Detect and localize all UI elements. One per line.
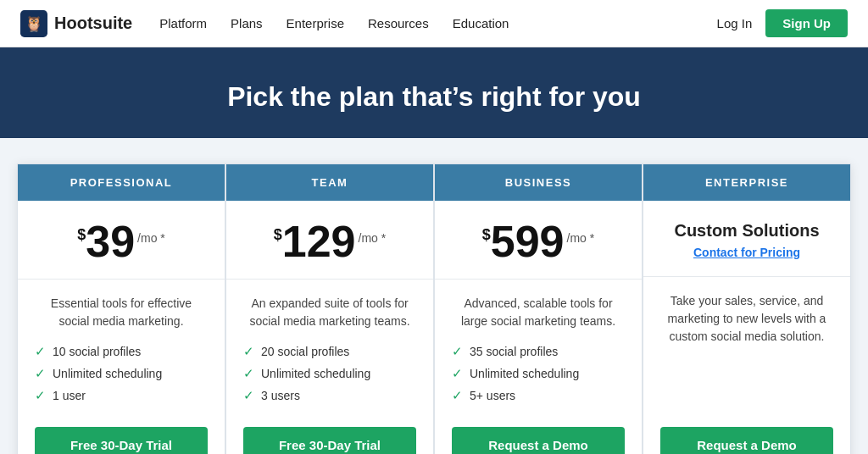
logo[interactable]: 🦉 Hootsuite bbox=[20, 10, 132, 37]
enterprise-contact-link[interactable]: Contact for Pricing bbox=[693, 246, 800, 259]
check-icon: ✓ bbox=[452, 366, 463, 381]
nav-link-resources[interactable]: Resources bbox=[368, 16, 429, 30]
plan-desc-enterprise: Take your sales, service, and marketing … bbox=[660, 292, 833, 346]
login-button[interactable]: Log In bbox=[717, 16, 753, 30]
feature-text: 5+ users bbox=[470, 389, 515, 402]
check-icon: ✓ bbox=[35, 388, 46, 403]
price-amount: 599 bbox=[491, 219, 565, 263]
plan-card-professional: PROFESSIONAL$39/mo *Essential tools for … bbox=[17, 163, 225, 454]
feature-text: 20 social profiles bbox=[261, 345, 349, 358]
plan-header-team: TEAM bbox=[226, 164, 433, 201]
check-icon: ✓ bbox=[243, 366, 254, 381]
plan-body-enterprise: Take your sales, service, and marketing … bbox=[643, 277, 850, 454]
plan-cta-button-team[interactable]: Free 30-Day Trial bbox=[243, 427, 416, 454]
logo-text: Hootsuite bbox=[54, 14, 132, 33]
plan-cta-button-professional[interactable]: Free 30-Day Trial bbox=[35, 427, 208, 454]
hero-section: Pick the plan that’s right for you bbox=[0, 47, 868, 138]
check-icon: ✓ bbox=[35, 344, 46, 359]
nav-link-enterprise[interactable]: Enterprise bbox=[287, 16, 344, 30]
pricing-grid: PROFESSIONAL$39/mo *Essential tools for … bbox=[17, 163, 851, 454]
price-suffix: /mo * bbox=[567, 231, 595, 245]
plan-cta-wrapper-enterprise: Request a Demo bbox=[660, 427, 833, 454]
plan-price-area-team: $129/mo * bbox=[226, 201, 433, 280]
feature-item: ✓35 social profiles bbox=[452, 344, 625, 359]
plan-card-team: TEAM$129/mo *An expanded suite of tools … bbox=[225, 163, 434, 454]
plan-header-professional: PROFESSIONAL bbox=[18, 164, 225, 201]
plan-header-business: BUSINESS bbox=[435, 164, 642, 201]
price-amount: 129 bbox=[282, 219, 356, 263]
check-icon: ✓ bbox=[452, 388, 463, 403]
feature-item: ✓3 users bbox=[243, 388, 416, 403]
enterprise-title: Custom Solutions bbox=[674, 221, 819, 241]
hero-title: Pick the plan that’s right for you bbox=[17, 81, 851, 113]
plan-price-area-business: $599/mo * bbox=[435, 201, 642, 280]
plan-cta-wrapper-professional: Free 30-Day Trial bbox=[35, 427, 208, 454]
nav-actions: Log In Sign Up bbox=[717, 9, 848, 37]
plan-cta-button-business[interactable]: Request a Demo bbox=[452, 427, 625, 454]
plan-price-row-team: $129/mo * bbox=[274, 219, 386, 263]
navbar: 🦉 Hootsuite PlatformPlansEnterpriseResou… bbox=[0, 0, 868, 47]
price-symbol: $ bbox=[482, 226, 491, 244]
plan-header-enterprise: ENTERPRISE bbox=[643, 164, 850, 201]
plan-features-professional: ✓10 social profiles✓Unlimited scheduling… bbox=[35, 344, 208, 410]
plan-price-area-professional: $39/mo * bbox=[18, 201, 225, 280]
feature-item: ✓5+ users bbox=[452, 388, 625, 403]
plan-desc-business: Advanced, scalable tools for large socia… bbox=[452, 295, 625, 330]
plan-card-business: BUSINESS$599/mo *Advanced, scalable tool… bbox=[434, 163, 643, 454]
plan-card-enterprise: ENTERPRISECustom SolutionsContact for Pr… bbox=[643, 163, 851, 454]
plan-cta-wrapper-business: Request a Demo bbox=[452, 427, 625, 454]
feature-item: ✓1 user bbox=[35, 388, 208, 403]
nav-link-plans[interactable]: Plans bbox=[231, 16, 263, 30]
pricing-section: PROFESSIONAL$39/mo *Essential tools for … bbox=[0, 138, 868, 454]
feature-text: 10 social profiles bbox=[53, 345, 141, 358]
feature-item: ✓Unlimited scheduling bbox=[243, 366, 416, 381]
check-icon: ✓ bbox=[35, 366, 46, 381]
price-amount: 39 bbox=[86, 219, 135, 263]
plan-features-business: ✓35 social profiles✓Unlimited scheduling… bbox=[452, 344, 625, 410]
feature-item: ✓Unlimited scheduling bbox=[452, 366, 625, 381]
price-symbol: $ bbox=[274, 226, 282, 244]
feature-item: ✓10 social profiles bbox=[35, 344, 208, 359]
feature-text: 1 user bbox=[53, 389, 86, 402]
plan-desc-professional: Essential tools for effective social med… bbox=[35, 295, 208, 330]
hootsuite-logo-icon: 🦉 bbox=[20, 10, 47, 37]
price-suffix: /mo * bbox=[359, 231, 387, 245]
feature-text: Unlimited scheduling bbox=[53, 367, 162, 380]
price-symbol: $ bbox=[77, 226, 86, 244]
nav-link-platform[interactable]: Platform bbox=[159, 16, 207, 30]
nav-links: PlatformPlansEnterpriseResourcesEducatio… bbox=[159, 16, 716, 30]
plan-price-row-professional: $39/mo * bbox=[77, 219, 165, 263]
feature-text: 35 social profiles bbox=[470, 345, 558, 358]
plan-body-business: Advanced, scalable tools for large socia… bbox=[435, 280, 642, 454]
plan-cta-button-enterprise[interactable]: Request a Demo bbox=[660, 427, 833, 454]
signup-button[interactable]: Sign Up bbox=[765, 9, 848, 37]
plan-features-team: ✓20 social profiles✓Unlimited scheduling… bbox=[243, 344, 416, 410]
feature-item: ✓20 social profiles bbox=[243, 344, 416, 359]
plan-body-professional: Essential tools for effective social med… bbox=[18, 280, 225, 454]
feature-text: 3 users bbox=[261, 389, 300, 402]
feature-item: ✓Unlimited scheduling bbox=[35, 366, 208, 381]
plan-cta-wrapper-team: Free 30-Day Trial bbox=[243, 427, 416, 454]
check-icon: ✓ bbox=[243, 388, 254, 403]
plan-desc-team: An expanded suite of tools for social me… bbox=[243, 295, 416, 330]
plan-price-area-enterprise: Custom SolutionsContact for Pricing bbox=[643, 201, 850, 277]
plan-price-row-business: $599/mo * bbox=[482, 219, 594, 263]
check-icon: ✓ bbox=[452, 344, 463, 359]
svg-text:🦉: 🦉 bbox=[25, 14, 43, 33]
feature-text: Unlimited scheduling bbox=[470, 367, 579, 380]
nav-link-education[interactable]: Education bbox=[453, 16, 509, 30]
price-suffix: /mo * bbox=[137, 231, 165, 245]
check-icon: ✓ bbox=[243, 344, 254, 359]
feature-text: Unlimited scheduling bbox=[261, 367, 370, 380]
plan-body-team: An expanded suite of tools for social me… bbox=[226, 280, 433, 454]
